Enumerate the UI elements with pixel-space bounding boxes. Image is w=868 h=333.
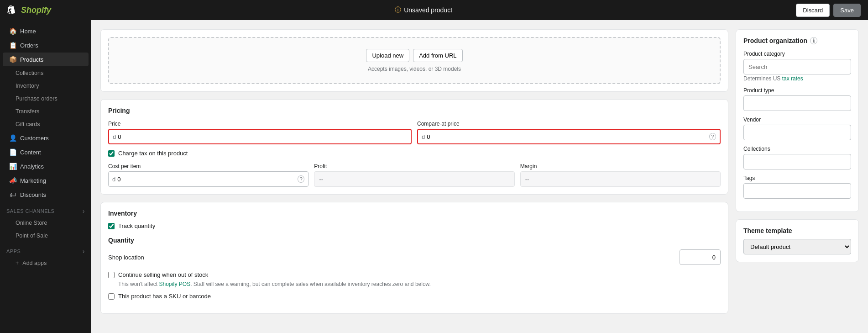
charge-tax-label: Charge tax on this product [118, 150, 188, 157]
sku-checkbox[interactable] [108, 293, 115, 300]
apps-expand-icon: › [83, 248, 85, 255]
sidebar-item-orders[interactable]: 📋 Orders [3, 38, 89, 52]
media-upload-buttons: Upload new Add from URL [116, 49, 712, 62]
tax-rates-link[interactable]: tax rates [782, 75, 803, 82]
sales-channels-section: Sales channels › [0, 202, 91, 217]
cost-help-icon[interactable]: ? [298, 175, 304, 183]
continue-selling-label: Continue selling when out of stock [118, 271, 431, 278]
product-type-label: Product type [743, 87, 851, 94]
sidebar: 🏠 Home 📋 Orders 📦 Products Collections I… [0, 20, 91, 333]
collections-input[interactable] [743, 154, 851, 169]
media-card: Upload new Add from URL Accepts images, … [100, 29, 728, 92]
collections-label: Collections [743, 146, 851, 152]
sidebar-item-products[interactable]: 📦 Products [3, 53, 89, 66]
pricing-grid: Price d Compare-at price d ? [108, 121, 721, 144]
sidebar-item-transfers[interactable]: Transfers [3, 105, 89, 118]
page-title: ⓘ Unsaved product [395, 6, 452, 14]
product-type-field: Product type [743, 87, 851, 111]
continue-selling-checkbox[interactable] [108, 272, 115, 278]
sidebar-item-marketing[interactable]: 📣 Marketing [3, 174, 89, 187]
sidebar-item-point-of-sale[interactable]: Point of Sale [3, 229, 89, 242]
discard-button[interactable]: Discard [796, 4, 830, 17]
compare-at-price-input[interactable] [427, 133, 709, 140]
apps-section: Apps › [0, 242, 91, 257]
compare-currency: d [422, 133, 425, 140]
products-icon: 📦 [9, 56, 16, 63]
media-hint: Accepts images, videos, or 3D models [116, 66, 712, 72]
margin-label: Margin [520, 163, 721, 169]
shopify-icon [7, 5, 17, 15]
marketing-icon: 📣 [9, 177, 16, 184]
track-quantity-label: Track quantity [118, 222, 155, 229]
add-from-url-button[interactable]: Add from URL [413, 49, 462, 62]
product-organization-card: Product organization ℹ Product category … [736, 29, 859, 212]
compare-at-price-label: Compare-at price [417, 121, 721, 127]
main-content: Upload new Add from URL Accepts images, … [91, 20, 868, 333]
shopify-logo: shopify [7, 5, 51, 15]
sidebar-item-gift-cards[interactable]: Gift cards [3, 118, 89, 131]
expand-icon: › [83, 207, 85, 215]
charge-tax-checkbox[interactable] [108, 150, 115, 157]
category-label: Product category [743, 51, 851, 57]
orders-icon: 📋 [9, 42, 16, 49]
product-type-input[interactable] [743, 95, 851, 111]
theme-template-select[interactable]: Default product custom index [743, 239, 851, 254]
product-org-info-icon[interactable]: ℹ [810, 37, 817, 44]
cost-input-wrapper: d ? [108, 171, 309, 187]
collections-field: Collections [743, 146, 851, 169]
tags-input[interactable] [743, 183, 851, 199]
vendor-input[interactable] [743, 125, 851, 140]
sidebar-item-analytics[interactable]: 📊 Analytics [3, 159, 89, 173]
shop-location-qty-input[interactable] [680, 249, 721, 265]
inventory-card: Inventory Track quantity Quantity Shop l… [100, 202, 728, 314]
compare-at-price-field: Compare-at price d ? [417, 121, 721, 144]
sidebar-item-online-store[interactable]: Online Store [3, 217, 89, 229]
tax-rate-text: Determines US tax rates [743, 75, 851, 82]
tags-label: Tags [743, 175, 851, 181]
sidebar-item-content[interactable]: 📄 Content [3, 145, 89, 159]
sku-row: This product has a SKU or barcode [108, 293, 721, 300]
sidebar-item-home[interactable]: 🏠 Home [3, 24, 89, 38]
shopify-pos-link[interactable]: Shopify POS [159, 281, 190, 287]
analytics-icon: 📊 [9, 163, 16, 170]
continue-selling-info: This won't affect Shopify POS. Staff wil… [118, 280, 431, 288]
right-column: Product organization ℹ Product category … [736, 29, 859, 324]
track-quantity-checkbox[interactable] [108, 223, 115, 229]
cost-input[interactable] [117, 176, 298, 183]
inventory-title: Inventory [108, 210, 721, 217]
home-icon: 🏠 [9, 27, 16, 35]
tags-field: Tags [743, 175, 851, 199]
save-button[interactable]: Save [833, 4, 861, 17]
price-currency: d [113, 133, 116, 140]
quantity-title: Quantity [108, 237, 721, 244]
margin-value: -- [520, 171, 721, 187]
sidebar-item-add-apps[interactable]: + Add apps [3, 257, 89, 270]
category-input[interactable] [743, 59, 851, 74]
sidebar-item-customers[interactable]: 👤 Customers [3, 131, 89, 145]
center-column: Upload new Add from URL Accepts images, … [100, 29, 728, 324]
shop-location-label: Shop location [108, 254, 144, 261]
product-organization-title: Product organization ℹ [743, 37, 851, 44]
sidebar-item-discounts[interactable]: 🏷 Discounts [3, 188, 89, 201]
margin-field: Margin -- [520, 163, 721, 187]
theme-template-card: Theme template Default product custom in… [736, 219, 859, 262]
price-input[interactable] [118, 133, 407, 140]
profit-value: -- [314, 171, 514, 187]
profit-label: Profit [314, 163, 514, 169]
cost-grid: Cost per item d ? Profit -- Margin -- [108, 163, 721, 187]
sidebar-item-collections[interactable]: Collections [3, 67, 89, 79]
continue-selling-row: Continue selling when out of stock This … [108, 271, 721, 288]
cost-label: Cost per item [108, 163, 309, 169]
pricing-card: Pricing Price d Compare-at price d [100, 99, 728, 195]
vendor-label: Vendor [743, 116, 851, 123]
price-input-wrapper: d [108, 129, 412, 144]
top-nav-actions: Discard Save [796, 4, 861, 17]
shop-location-row: Shop location [108, 249, 721, 265]
sidebar-item-purchase-orders[interactable]: Purchase orders [3, 92, 89, 105]
sidebar-item-inventory[interactable]: Inventory [3, 79, 89, 92]
discounts-icon: 🏷 [9, 191, 16, 198]
compare-at-help-icon[interactable]: ? [709, 133, 716, 140]
price-field: Price d [108, 121, 412, 144]
upload-new-button[interactable]: Upload new [366, 49, 409, 62]
media-upload-area: Upload new Add from URL Accepts images, … [108, 37, 721, 84]
